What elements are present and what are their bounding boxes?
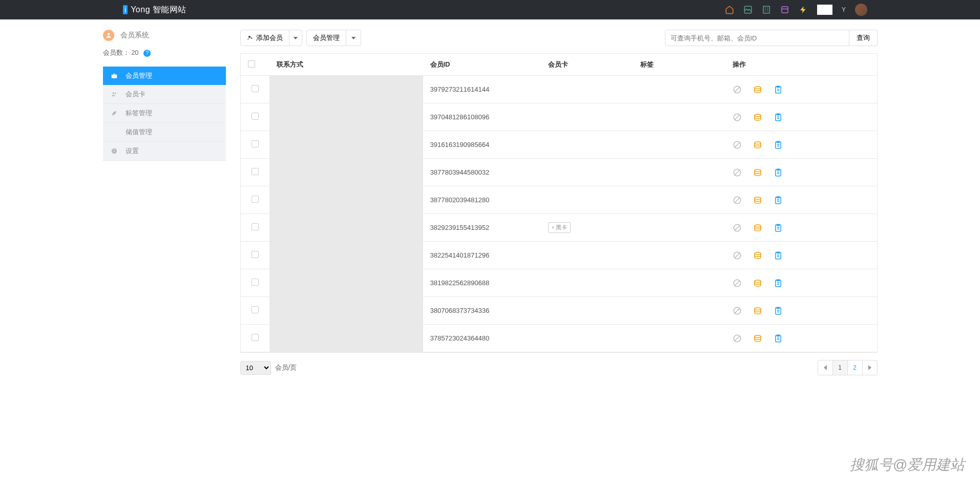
table-header-row: 联系方式 会员ID 会员卡 标签 操作	[241, 54, 877, 76]
sidebar-item-stored-value[interactable]: 储值管理	[103, 123, 226, 142]
sidebar-item-label: 标签管理	[126, 109, 152, 118]
inbox-icon[interactable]	[780, 5, 789, 14]
clipboard-icon[interactable]	[774, 85, 783, 94]
count-label: 会员数：	[103, 49, 130, 56]
row-checkbox[interactable]	[241, 159, 269, 186]
clipboard-icon[interactable]	[774, 140, 783, 150]
clipboard-icon[interactable]	[774, 306, 783, 315]
image-icon[interactable]	[743, 5, 753, 14]
row-checkbox[interactable]	[241, 186, 269, 214]
add-member-dropdown[interactable]	[289, 30, 302, 46]
cell-tag	[633, 269, 725, 297]
block-icon[interactable]	[733, 140, 742, 150]
member-count: 会员数： 20 ?	[103, 48, 226, 57]
block-icon[interactable]	[733, 334, 742, 343]
coins-icon[interactable]	[753, 279, 762, 288]
coins-icon[interactable]	[753, 196, 762, 205]
search-input[interactable]	[665, 30, 849, 46]
table-row[interactable]: 3829239155413952×黑卡	[241, 214, 877, 242]
cell-member-id: 3877803944580032	[423, 159, 541, 186]
svg-point-40	[755, 280, 761, 283]
clipboard-icon[interactable]	[774, 251, 783, 260]
header-checkbox[interactable]	[241, 54, 269, 76]
clipboard-icon[interactable]	[774, 223, 783, 232]
member-manage-label: 会员管理	[313, 33, 340, 42]
svg-line-39	[734, 280, 740, 286]
sidebar-menu: 会员管理 会员卡 标签管理 储值管理 i 设置	[103, 67, 226, 161]
table-row[interactable]: 3807068373734336	[241, 297, 877, 325]
member-manage-button[interactable]: 会员管理	[306, 30, 346, 46]
sidebar-item-tag-manage[interactable]: 标签管理	[103, 104, 226, 123]
coins-icon[interactable]	[753, 251, 762, 260]
clipboard-icon[interactable]	[774, 113, 783, 122]
member-table: 联系方式 会员ID 会员卡 标签 操作 39792732116141443970…	[240, 53, 878, 353]
block-icon[interactable]	[733, 223, 742, 232]
block-icon[interactable]	[733, 168, 742, 177]
logo[interactable]: i Yong 智能网站	[123, 5, 186, 15]
svg-point-20	[755, 142, 761, 144]
card-chip[interactable]: ×黑卡	[548, 222, 571, 233]
member-manage-dropdown[interactable]	[346, 30, 361, 46]
table-row[interactable]: 3877802039481280	[241, 186, 877, 214]
coins-icon[interactable]	[753, 334, 762, 343]
avatar[interactable]	[855, 4, 867, 16]
table-row[interactable]: 3877803944580032	[241, 159, 877, 186]
cell-tag	[633, 76, 725, 103]
row-checkbox[interactable]	[241, 131, 269, 159]
page-next[interactable]	[862, 360, 878, 375]
page-1[interactable]: 1	[832, 360, 848, 375]
row-checkbox[interactable]	[241, 325, 269, 352]
coins-icon[interactable]	[753, 223, 762, 232]
svg-point-9	[248, 36, 251, 38]
block-icon[interactable]	[733, 85, 742, 94]
row-checkbox[interactable]	[241, 297, 269, 325]
row-checkbox[interactable]	[241, 242, 269, 269]
help-icon[interactable]: ?	[143, 50, 151, 57]
coins-icon[interactable]	[753, 168, 762, 177]
svg-point-28	[755, 197, 761, 200]
svg-line-11	[734, 87, 740, 92]
block-icon[interactable]	[733, 196, 742, 205]
coins-icon[interactable]	[753, 85, 762, 94]
lightning-icon[interactable]	[799, 5, 808, 14]
svg-point-44	[755, 308, 761, 310]
row-checkbox[interactable]	[241, 214, 269, 242]
block-icon[interactable]	[733, 113, 742, 122]
search-button[interactable]: 查询	[849, 30, 878, 46]
clipboard-icon[interactable]	[774, 334, 783, 343]
row-checkbox[interactable]	[241, 103, 269, 131]
home-icon[interactable]	[725, 5, 734, 14]
coins-icon[interactable]	[753, 113, 762, 122]
page-2[interactable]: 2	[847, 360, 863, 375]
cell-card	[541, 186, 633, 214]
sidebar-item-settings[interactable]: i 设置	[103, 142, 226, 161]
table-row[interactable]: 3916163190985664	[241, 131, 877, 159]
coins-icon[interactable]	[753, 306, 762, 315]
clipboard-icon[interactable]	[774, 279, 783, 288]
block-icon[interactable]	[733, 306, 742, 315]
cell-contact	[269, 186, 423, 214]
block-icon[interactable]	[733, 251, 742, 260]
table-row[interactable]: 3822541401871296	[241, 242, 877, 269]
table-row[interactable]: 3970481286108096	[241, 103, 877, 131]
row-checkbox[interactable]	[241, 269, 269, 297]
clipboard-icon[interactable]	[774, 196, 783, 205]
block-icon[interactable]	[733, 279, 742, 288]
table-row[interactable]: 3785723024364480	[241, 325, 877, 352]
sidebar-item-member-card[interactable]: 会员卡	[103, 85, 226, 104]
per-page-select[interactable]: 10	[240, 361, 271, 375]
table-row[interactable]: 3979273211614144	[241, 76, 877, 103]
page-prev[interactable]	[818, 360, 833, 375]
cell-member-id: 3970481286108096	[423, 103, 541, 131]
clipboard-icon[interactable]	[774, 168, 783, 177]
cell-contact	[269, 103, 423, 131]
add-member-button[interactable]: 添加会员	[240, 30, 289, 46]
sidebar-item-member-manage[interactable]: 会员管理	[103, 67, 226, 85]
cell-member-id: 3822541401871296	[423, 242, 541, 269]
building-icon[interactable]	[762, 5, 771, 14]
cell-tag	[633, 159, 725, 186]
row-checkbox[interactable]	[241, 76, 269, 103]
table-row[interactable]: 3819822562890688	[241, 269, 877, 297]
svg-point-5	[112, 92, 114, 94]
coins-icon[interactable]	[753, 140, 762, 150]
